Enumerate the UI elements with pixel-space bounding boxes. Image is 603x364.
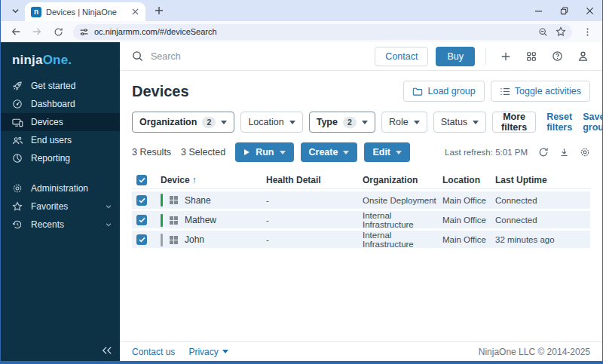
window-close-button[interactable] bbox=[577, 0, 602, 21]
device-name-link[interactable]: John bbox=[185, 234, 204, 245]
row-checkbox[interactable] bbox=[136, 234, 147, 245]
add-icon[interactable] bbox=[497, 47, 515, 66]
results-count: 3 Results bbox=[132, 147, 171, 158]
sidebar-item-administration[interactable]: Administration bbox=[1, 179, 120, 197]
chevron-down-icon bbox=[289, 121, 295, 124]
table-row[interactable]: John - Internal Infrastructure Main Offi… bbox=[132, 231, 590, 248]
sidebar-item-reporting[interactable]: Reporting bbox=[1, 149, 120, 167]
location-cell: Main Office bbox=[442, 216, 495, 225]
location-cell: Main Office bbox=[442, 235, 495, 244]
device-name-link[interactable]: Mathew bbox=[185, 215, 216, 225]
chevron-down-icon bbox=[221, 121, 227, 124]
filter-type[interactable]: Type 2 bbox=[309, 112, 375, 133]
select-all-checkbox[interactable] bbox=[136, 175, 147, 185]
filter-role[interactable]: Role bbox=[381, 112, 427, 133]
back-icon[interactable] bbox=[7, 23, 25, 41]
row-checkbox[interactable] bbox=[136, 195, 147, 206]
column-header-last-uptime[interactable]: Last Uptime bbox=[495, 175, 590, 185]
filter-location[interactable]: Location bbox=[240, 112, 302, 133]
filter-label: Organization bbox=[139, 117, 197, 127]
table-row[interactable]: Shane - Onsite Deployment Main Office Co… bbox=[132, 191, 590, 209]
privacy-link[interactable]: Privacy bbox=[188, 347, 228, 357]
row-checkbox[interactable] bbox=[136, 215, 147, 225]
create-button[interactable]: Create bbox=[301, 142, 358, 162]
run-label: Run bbox=[256, 147, 274, 158]
search-input[interactable] bbox=[151, 51, 302, 62]
filter-bar: Organization 2 Location Type 2 Role bbox=[132, 112, 590, 133]
browser-menu-icon[interactable] bbox=[578, 23, 596, 41]
table-header-row: Device↑ Health Detail Organization Locat… bbox=[132, 171, 590, 189]
app-footer: Contact us Privacy NinjaOne LLC © 2014-2… bbox=[120, 341, 602, 361]
sidebar-item-favorites[interactable]: Favorites bbox=[1, 197, 120, 216]
gear-icon bbox=[11, 183, 23, 194]
contact-us-link[interactable]: Contact us bbox=[132, 347, 175, 357]
toggle-activities-label: Toggle activities bbox=[515, 86, 581, 96]
apps-grid-icon[interactable] bbox=[522, 47, 540, 66]
bookmark-star-icon[interactable] bbox=[556, 26, 566, 37]
filter-organization[interactable]: Organization 2 bbox=[132, 112, 234, 133]
windows-os-icon bbox=[170, 196, 178, 204]
help-icon[interactable] bbox=[548, 47, 566, 66]
tab-title: Devices | NinjaOne bbox=[46, 8, 124, 17]
zoom-page-icon[interactable] bbox=[538, 27, 548, 37]
new-tab-button[interactable] bbox=[150, 2, 168, 20]
status-indicator bbox=[161, 234, 163, 246]
sidebar-item-dashboard[interactable]: Dashboard bbox=[1, 95, 120, 113]
run-button[interactable]: Run bbox=[235, 142, 293, 162]
tab-search-icon[interactable] bbox=[5, 2, 25, 19]
edit-button[interactable]: Edit bbox=[364, 142, 410, 162]
filter-label: Status bbox=[441, 117, 467, 127]
url-text[interactable]: oc.ninjarmm.com/#/deviceSearch bbox=[94, 27, 533, 36]
filter-status[interactable]: Status bbox=[433, 112, 486, 133]
edit-label: Edit bbox=[372, 147, 390, 158]
sidebar-item-label: End users bbox=[31, 135, 112, 145]
sidebar-item-get-started[interactable]: Get started bbox=[1, 77, 120, 95]
download-icon[interactable] bbox=[559, 147, 569, 158]
tab-close-icon[interactable] bbox=[129, 6, 141, 18]
window-minimize-button[interactable] bbox=[525, 0, 551, 21]
toggle-activities-button[interactable]: Toggle activities bbox=[491, 81, 590, 102]
ninjaone-logo: ninjaOne. bbox=[1, 42, 120, 77]
address-bar[interactable]: oc.ninjarmm.com/#/deviceSearch bbox=[73, 24, 572, 40]
organization-cell: Internal Infrastructure bbox=[363, 231, 442, 249]
window-restore-button[interactable] bbox=[551, 0, 577, 21]
organization-cell: Internal Infrastructure bbox=[363, 211, 442, 229]
browser-tab[interactable]: n Devices | NinjaOne bbox=[25, 2, 145, 21]
sidebar-collapse-icon[interactable] bbox=[102, 346, 112, 355]
refresh-icon[interactable] bbox=[538, 147, 549, 158]
sidebar-item-devices[interactable]: Devices bbox=[1, 113, 120, 131]
chevron-down-icon bbox=[222, 350, 228, 353]
buy-button[interactable]: Buy bbox=[436, 47, 475, 66]
forward-icon[interactable] bbox=[28, 23, 46, 41]
logo-ninja-text: ninja bbox=[12, 53, 43, 67]
reset-filters-link[interactable]: Reset filters bbox=[546, 112, 572, 133]
reload-icon[interactable] bbox=[49, 23, 67, 41]
sidebar-item-recents[interactable]: Recents bbox=[1, 216, 120, 234]
save-group-link[interactable]: Save group bbox=[583, 112, 603, 133]
list-icon bbox=[500, 87, 510, 96]
filter-label: Location bbox=[248, 117, 283, 127]
more-filters-button[interactable]: More filters bbox=[492, 112, 536, 133]
chevron-down-icon bbox=[280, 151, 286, 154]
browser-titlebar: n Devices | NinjaOne bbox=[1, 0, 602, 21]
contact-button[interactable]: Contact bbox=[375, 47, 428, 66]
device-name-link[interactable]: Shane bbox=[185, 195, 211, 206]
sidebar-item-end-users[interactable]: End users bbox=[1, 131, 120, 149]
user-profile-icon[interactable] bbox=[574, 47, 592, 66]
column-header-health-detail[interactable]: Health Detail bbox=[266, 175, 363, 185]
location-cell: Main Office bbox=[442, 196, 495, 205]
windows-os-icon bbox=[170, 236, 178, 244]
column-header-organization[interactable]: Organization bbox=[363, 175, 442, 185]
sidebar-item-label: Devices bbox=[31, 117, 112, 127]
load-group-button[interactable]: Load group bbox=[403, 81, 484, 102]
site-settings-icon[interactable] bbox=[79, 27, 89, 37]
sidebar-item-label: Reporting bbox=[31, 153, 112, 164]
table-settings-gear-icon[interactable] bbox=[580, 147, 590, 158]
table-row[interactable]: Mathew - Internal Infrastructure Main Of… bbox=[132, 211, 590, 228]
play-icon bbox=[243, 148, 250, 156]
devices-page: Devices Load group Toggle ac bbox=[120, 71, 602, 341]
chevron-down-icon bbox=[396, 151, 402, 154]
column-header-device[interactable]: Device↑ bbox=[161, 175, 266, 185]
column-header-location[interactable]: Location bbox=[442, 175, 495, 185]
health-detail-cell: - bbox=[266, 196, 363, 205]
